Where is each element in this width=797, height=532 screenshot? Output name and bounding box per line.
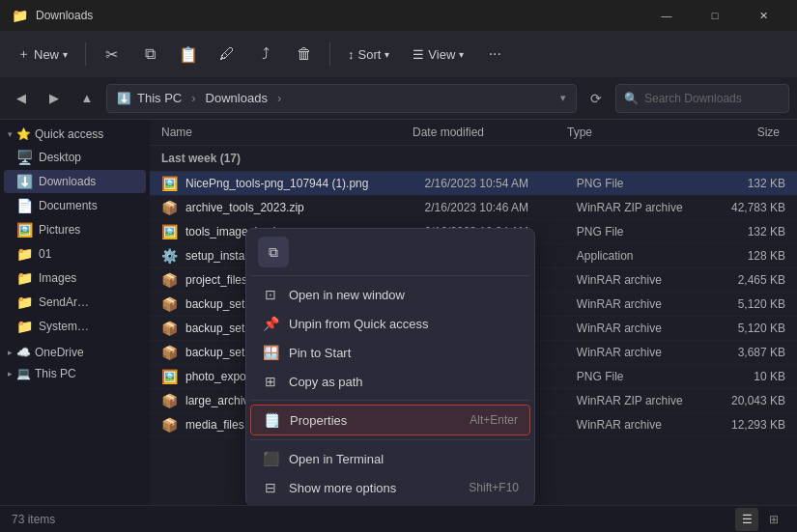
desktop-icon: 🖥️ <box>15 150 33 165</box>
file-type: WinRAR archive <box>577 322 710 335</box>
sidebar-item-pictures[interactable]: 🖼️ Pictures <box>4 218 146 241</box>
delete-button[interactable]: 🗑 <box>287 37 322 71</box>
view-toggles: ☰ ⊞ <box>735 508 785 531</box>
sidebar-item-sendar[interactable]: 📁 SendAr… <box>4 291 146 314</box>
more-options-button[interactable]: ··· <box>477 37 512 71</box>
file-size: 132 KB <box>709 225 785 238</box>
file-type: PNG File <box>577 370 710 383</box>
downloads-icon: ⬇️ <box>15 174 33 189</box>
file-pane: Name Date modified Type Size Last week (… <box>150 120 797 505</box>
file-date: 2/16/2023 10:46 AM <box>425 201 577 214</box>
folder-images-icon: 📁 <box>15 270 33 286</box>
sidebar-group-quick-access[interactable]: ▾ ⭐ Quick access <box>0 124 150 145</box>
file-size: 20,043 KB <box>709 394 785 407</box>
folder-system-icon: 📁 <box>15 319 33 334</box>
sidebar-group-thispc[interactable]: ▸ 💻 This PC <box>0 363 150 384</box>
pin-start-icon: 🪟 <box>262 345 279 360</box>
copy-button[interactable]: ⧉ <box>132 37 167 71</box>
cm-item-properties[interactable]: 🗒️ Properties Alt+Enter <box>250 405 530 435</box>
view-chevron-icon: ▾ <box>459 49 464 60</box>
forward-button[interactable]: ▶ <box>41 85 68 112</box>
addr-dropdown-icon: ▾ <box>560 92 566 104</box>
file-size: 5,120 KB <box>709 297 785 311</box>
file-type: PNG File <box>577 225 710 238</box>
up-button[interactable]: ▲ <box>73 85 100 112</box>
sidebar-group-onedrive[interactable]: ▸ ☁️ OneDrive <box>0 342 150 363</box>
sidebar-item-system[interactable]: 📁 System… <box>4 315 146 338</box>
sidebar-item-downloads[interactable]: ⬇️ Downloads <box>4 170 146 193</box>
more-options-icon: ⊟ <box>262 480 279 495</box>
col-header-type: Type <box>567 126 702 139</box>
sidebar-item-desktop[interactable]: 🖥️ Desktop <box>4 146 146 169</box>
cm-item-open-terminal[interactable]: ⬛ Open in Terminal <box>250 444 530 473</box>
close-button[interactable]: ✕ <box>741 0 785 31</box>
main-area: ▾ ⭐ Quick access 🖥️ Desktop ⬇️ Downloads… <box>0 120 797 505</box>
sidebar: ▾ ⭐ Quick access 🖥️ Desktop ⬇️ Downloads… <box>0 120 150 505</box>
cm-divider-1 <box>250 400 530 401</box>
status-bar: 73 items ☰ ⊞ <box>0 505 797 532</box>
file-icon: 📦 <box>161 345 178 360</box>
file-name: archive_tools_2023.zip <box>185 201 425 214</box>
paste-button[interactable]: 📋 <box>171 37 206 71</box>
cm-item-pin-to-start[interactable]: 🪟 Pin to Start <box>250 338 530 367</box>
file-type: Application <box>577 249 710 263</box>
title-bar: 📁 Downloads — □ ✕ <box>0 0 797 31</box>
sidebar-item-images[interactable]: 📁 Images <box>4 266 146 290</box>
cm-top-actions-row: ⧉ <box>250 233 530 271</box>
cut-button[interactable]: ✂ <box>94 37 128 71</box>
unpin-icon: 📌 <box>262 316 279 331</box>
col-header-size: Size <box>702 126 780 139</box>
sort-button[interactable]: ↕ Sort ▾ <box>338 37 399 71</box>
address-bar[interactable]: ⬇️ This PC › Downloads › ▾ <box>106 84 577 113</box>
address-bar-row: ◀ ▶ ▲ ⬇️ This PC › Downloads › ▾ ⟳ 🔍 Sea… <box>0 77 797 120</box>
maximize-button[interactable]: □ <box>693 0 737 31</box>
grid-view-button[interactable]: ⊞ <box>762 508 785 531</box>
file-size: 12,293 KB <box>709 418 785 432</box>
new-button[interactable]: ＋ New ▾ <box>8 37 77 71</box>
col-header-name: Name <box>161 126 413 139</box>
title-bar-left: 📁 Downloads <box>12 8 93 23</box>
cm-item-show-more-options[interactable]: ⊟ Show more options Shift+F10 <box>250 473 530 502</box>
back-button[interactable]: ◀ <box>8 85 35 112</box>
cm-divider-2 <box>250 439 530 440</box>
sort-icon: ↕ <box>348 47 355 62</box>
cm-item-unpin-quick-access[interactable]: 📌 Unpin from Quick access <box>250 309 530 338</box>
copy-path-icon: ⊞ <box>262 374 279 389</box>
file-type: WinRAR archive <box>577 273 710 287</box>
view-icon: ☰ <box>413 47 424 62</box>
pictures-icon: 🖼️ <box>15 222 33 238</box>
cm-item-copy-as-path[interactable]: ⊞ Copy as path <box>250 367 530 396</box>
table-row[interactable]: 🖼️ NicePng_tools-png_107944 (1).png 2/16… <box>150 172 797 196</box>
refresh-button[interactable]: ⟳ <box>583 85 610 112</box>
window-icon: 📁 <box>12 8 28 23</box>
properties-icon: 🗒️ <box>263 412 280 428</box>
file-list-header: Name Date modified Type Size <box>150 120 797 146</box>
file-size: 10 KB <box>709 370 785 383</box>
list-view-button[interactable]: ☰ <box>735 508 758 531</box>
share-button[interactable]: ⤴ <box>248 37 283 71</box>
cm-item-open-new-window[interactable]: ⊡ Open in new window <box>250 280 530 309</box>
search-bar[interactable]: 🔍 Search Downloads <box>615 84 789 113</box>
file-size: 132 KB <box>709 177 785 190</box>
file-icon: 📦 <box>161 393 178 408</box>
window-title: Downloads <box>36 9 93 22</box>
onedrive-icon: ☁️ <box>16 346 31 359</box>
item-count: 73 items <box>12 513 55 526</box>
view-button[interactable]: ☰ View ▾ <box>403 37 473 71</box>
addr-icon: ⬇️ <box>117 92 131 105</box>
file-type: PNG File <box>577 177 710 190</box>
cm-copy-icon-button[interactable]: ⧉ <box>258 237 289 267</box>
file-icon: 🖼️ <box>161 369 178 384</box>
file-icon: 📦 <box>161 272 178 288</box>
file-icon: 📦 <box>161 321 178 336</box>
file-icon: 📦 <box>161 417 178 433</box>
rename-button[interactable]: 🖊 <box>210 37 244 71</box>
sidebar-item-documents[interactable]: 📄 Documents <box>4 194 146 217</box>
file-size: 2,465 KB <box>709 273 785 287</box>
addr-this-pc: This PC <box>137 91 182 105</box>
documents-icon: 📄 <box>15 198 33 213</box>
file-icon: 📦 <box>161 200 178 215</box>
minimize-button[interactable]: — <box>644 0 689 31</box>
sidebar-item-01[interactable]: 📁 01 <box>4 242 146 266</box>
table-row[interactable]: 📦 archive_tools_2023.zip 2/16/2023 10:46… <box>150 196 797 220</box>
